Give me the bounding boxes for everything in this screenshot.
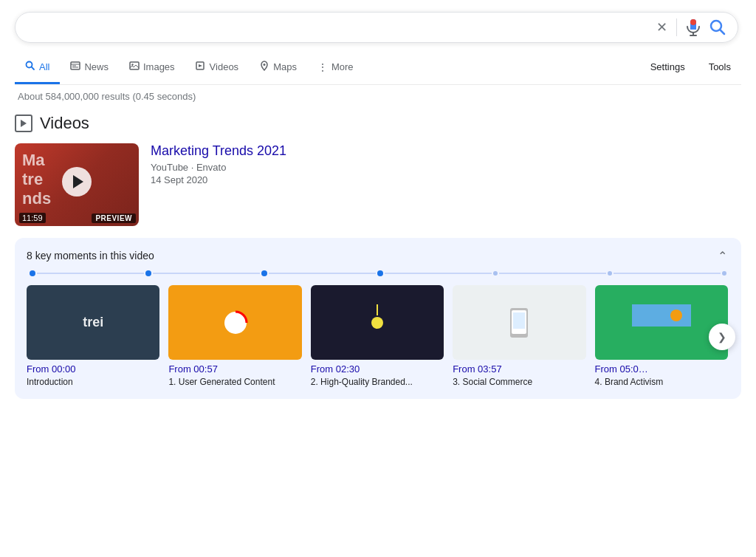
nav-right: Settings Tools <box>640 52 741 83</box>
tab-all-label: All <box>39 61 49 72</box>
moment-item-1: From 00:57 1. User Generated Content <box>168 285 301 389</box>
svg-rect-13 <box>130 62 139 69</box>
moment-label-4: 4. Brand Activism <box>595 376 728 389</box>
svg-line-8 <box>32 67 34 69</box>
tab-images-label: Images <box>143 61 175 72</box>
timeline-dot-sm-1 <box>493 271 498 276</box>
timeline-line-4 <box>385 273 492 274</box>
svg-rect-2 <box>690 25 696 30</box>
svg-rect-1 <box>690 19 696 25</box>
timeline-dot-2 <box>145 270 151 276</box>
video-meta-dot: · <box>191 162 196 173</box>
timeline-dot-1 <box>30 270 35 276</box>
moment-label-2: 2. High-Quality Branded... <box>311 376 444 389</box>
maps-tab-icon <box>259 61 269 73</box>
timeline-line-2 <box>153 273 260 274</box>
moment-label-0: Introduction <box>27 376 159 389</box>
clear-icon[interactable]: ✕ <box>656 19 667 35</box>
tools-label: Tools <box>709 61 731 72</box>
tab-videos[interactable]: Videos <box>185 52 250 84</box>
video-meta: YouTube · Envato <box>151 162 741 173</box>
more-tab-icon: ⋮ <box>317 61 328 73</box>
search-tab-icon <box>25 61 35 73</box>
timeline-dot-sm-2 <box>608 271 612 276</box>
video-thumbnail[interactable]: Matrends 11:59 PREVIEW <box>15 143 139 226</box>
thumb-overlay-text: Matrends <box>22 151 51 208</box>
svg-point-17 <box>264 64 266 66</box>
timeline-dot-4 <box>377 270 383 276</box>
search-icons: ✕ <box>656 18 726 36</box>
moment-thumb-4[interactable] <box>595 285 728 360</box>
key-moments-box: 8 key moments in this video ⌃ <box>15 238 741 399</box>
moment-item-2: From 02:30 2. High-Quality Branded... <box>311 285 444 389</box>
section-header: Videos <box>15 114 741 133</box>
tab-more-label: More <box>331 61 354 72</box>
moment-thumb-img-1 <box>168 285 301 360</box>
video-channel: Envato <box>196 162 226 173</box>
nav-tabs: All News Images <box>15 52 741 85</box>
mic-icon[interactable] <box>686 18 701 36</box>
search-input[interactable]: marketing trends 2021 video <box>27 21 656 34</box>
moments-row: trei From 00:00 Introduction <box>27 285 729 389</box>
tab-videos-label: Videos <box>210 61 239 72</box>
timeline-line-3 <box>269 273 376 274</box>
moment-item-3: From 03:57 3. Social Commerce <box>453 285 585 389</box>
timeline-line-5 <box>499 273 606 274</box>
moment-time-0[interactable]: From 00:00 <box>27 363 159 375</box>
videos-section-icon <box>15 115 32 132</box>
duration-badge: 11:59 <box>19 213 46 223</box>
moment-thumb-0[interactable]: trei <box>27 285 159 360</box>
svg-point-26 <box>670 310 682 321</box>
moment-time-1[interactable]: From 00:57 <box>168 363 301 375</box>
play-button[interactable] <box>62 167 92 197</box>
settings-label: Settings <box>650 61 685 72</box>
tools-tab[interactable]: Tools <box>698 52 741 83</box>
moment-thumb-img-2 <box>311 285 444 360</box>
video-date: 14 Sept 2020 <box>151 174 741 185</box>
tab-maps[interactable]: Maps <box>249 52 307 84</box>
moment-time-2[interactable]: From 02:30 <box>311 363 444 375</box>
search-bar: marketing trends 2021 video ✕ <box>15 12 738 43</box>
tab-maps-label: Maps <box>273 61 297 72</box>
timeline <box>27 270 729 276</box>
preview-badge: PREVIEW <box>92 213 136 223</box>
tab-more[interactable]: ⋮ More <box>307 52 364 84</box>
tab-news-label: News <box>84 61 109 72</box>
moment-label-1: 1. User Generated Content <box>168 376 301 389</box>
moment-item-0: trei From 00:00 Introduction <box>27 285 159 389</box>
moments-wrapper: trei From 00:00 Introduction <box>27 285 729 389</box>
timeline-line-1 <box>37 273 144 274</box>
video-title[interactable]: Marketing Trends 2021 <box>151 143 741 159</box>
tab-news[interactable]: News <box>60 52 119 84</box>
svg-marker-16 <box>199 64 202 67</box>
moment-time-4[interactable]: From 05:0… <box>595 363 728 375</box>
divider <box>676 18 677 36</box>
tab-all[interactable]: All <box>15 52 60 84</box>
svg-point-14 <box>131 64 133 65</box>
moment-thumb-img-0: trei <box>27 285 159 360</box>
results-count: About 584,000,000 results (0.45 seconds) <box>15 91 741 102</box>
moment-label-3: 3. Social Commerce <box>453 376 585 389</box>
moment-item-4: From 05:0… 4. Brand Activism <box>595 285 728 389</box>
search-submit-icon[interactable] <box>709 19 726 35</box>
moment-thumb-1[interactable] <box>168 285 301 360</box>
settings-tab[interactable]: Settings <box>640 52 695 83</box>
moment-thumb-3[interactable] <box>453 285 585 360</box>
videos-section: Videos Matrends 11:59 PREVIEW Marketing … <box>15 114 741 399</box>
svg-point-19 <box>371 317 383 329</box>
moment-thumb-2[interactable] <box>311 285 444 360</box>
moments-next-button[interactable]: ❯ <box>709 324 735 350</box>
video-info: Marketing Trends 2021 YouTube · Envato 1… <box>151 143 741 185</box>
svg-line-6 <box>721 30 725 35</box>
moment-time-3[interactable]: From 03:57 <box>453 363 585 375</box>
video-result: Matrends 11:59 PREVIEW Marketing Trends … <box>15 143 741 226</box>
key-moments-title: 8 key moments in this video <box>27 250 154 262</box>
timeline-line-6 <box>614 273 721 274</box>
video-source: YouTube <box>151 162 188 173</box>
chevron-up-icon[interactable]: ⌃ <box>715 248 729 263</box>
svg-rect-23 <box>513 312 525 329</box>
moment-thumb-img-4 <box>595 285 728 360</box>
key-moments-header: 8 key moments in this video ⌃ <box>27 248 729 263</box>
tab-images[interactable]: Images <box>119 52 185 84</box>
moment-thumb-img-3 <box>453 285 585 360</box>
